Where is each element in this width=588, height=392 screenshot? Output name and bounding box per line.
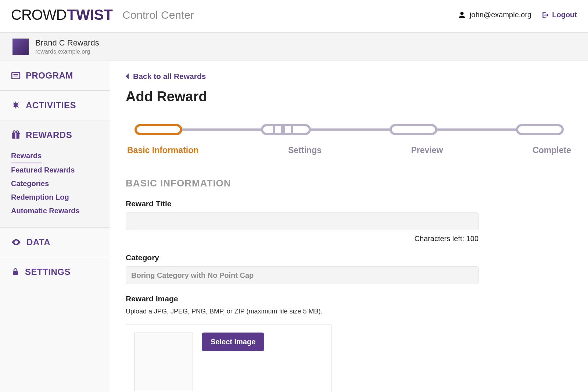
wizard-stepper: Basic Information Settings Preview Compl… xyxy=(126,115,573,165)
logo-word-light: CROWD xyxy=(11,7,67,23)
reward-image-label: Reward Image xyxy=(126,294,573,303)
logout-button[interactable]: Logout xyxy=(541,11,577,19)
category-label: Category xyxy=(126,253,573,262)
step-node-settings[interactable] xyxy=(261,124,311,135)
reward-title-label: Reward Title xyxy=(126,199,573,208)
svg-rect-9 xyxy=(13,271,18,275)
sidebar-item-label: SETTINGS xyxy=(25,267,71,277)
user-email: john@example.org xyxy=(470,11,531,19)
svg-point-7 xyxy=(13,131,15,133)
chevron-left-icon xyxy=(126,73,129,79)
image-upload-box: Select Image xyxy=(126,324,331,392)
logout-label: Logout xyxy=(552,11,577,19)
brand-domain: rewards.example.org xyxy=(35,48,99,55)
section-title: BASIC INFORMATION xyxy=(126,178,573,189)
reward-image-hint: Upload a JPG, JPEG, PNG, BMP, or ZIP (ma… xyxy=(126,308,573,315)
eye-icon xyxy=(11,237,21,247)
svg-point-8 xyxy=(16,131,18,133)
app-title: Control Center xyxy=(122,9,194,21)
burst-icon xyxy=(11,101,21,110)
select-image-button[interactable]: Select Image xyxy=(202,333,264,351)
sidebar: PROGRAM ACTIVITIES REWARDS Rewards Featu… xyxy=(0,61,110,392)
step-label-preview: Preview xyxy=(411,145,443,155)
sidebar-sub-featured-rewards[interactable]: Featured Rewards xyxy=(11,163,99,177)
list-icon xyxy=(11,71,21,80)
sidebar-item-label: DATA xyxy=(26,237,50,247)
user-icon xyxy=(458,11,466,19)
category-select[interactable]: Boring Category with No Point Cap xyxy=(126,266,478,284)
lock-icon xyxy=(11,268,20,276)
logout-icon xyxy=(541,11,549,19)
step-node-complete[interactable] xyxy=(516,124,564,135)
sidebar-sub-automatic-rewards[interactable]: Automatic Rewards xyxy=(11,204,99,218)
sidebar-item-rewards[interactable]: REWARDS Rewards Featured Rewards Categor… xyxy=(0,120,110,228)
gift-icon xyxy=(11,130,21,140)
step-node-basic-information[interactable] xyxy=(135,124,182,135)
brand-bar: Brand C Rewards rewards.example.org xyxy=(0,32,588,61)
step-label-settings: Settings xyxy=(288,145,322,155)
chars-left: Characters left: 100 xyxy=(126,235,478,243)
logo-word-bold: TWIST xyxy=(67,7,113,23)
sidebar-sub-categories[interactable]: Categories xyxy=(11,177,99,190)
sidebar-item-label: REWARDS xyxy=(26,130,72,140)
step-label-basic-information: Basic Information xyxy=(127,145,198,155)
page-title: Add Reward xyxy=(126,89,573,105)
stepper-line xyxy=(148,128,551,131)
sidebar-item-settings[interactable]: SETTINGS xyxy=(0,257,110,287)
svg-marker-3 xyxy=(12,101,20,109)
step-label-complete: Complete xyxy=(533,145,571,155)
sidebar-sub-rewards[interactable]: Rewards xyxy=(11,149,42,163)
top-bar: CROWD TWIST Control Center john@example.… xyxy=(0,0,588,32)
main-content: Back to all Rewards Add Reward Basic Inf… xyxy=(110,61,588,392)
sidebar-item-activities[interactable]: ACTIVITIES xyxy=(0,91,110,120)
category-value: Boring Category with No Point Cap xyxy=(131,271,254,280)
reward-title-input[interactable] xyxy=(126,213,478,230)
back-label: Back to all Rewards xyxy=(133,72,206,81)
sidebar-item-label: PROGRAM xyxy=(26,70,73,81)
brand-name: Brand C Rewards xyxy=(35,38,99,48)
brand-avatar xyxy=(12,39,29,55)
svg-rect-6 xyxy=(15,133,16,139)
user-menu[interactable]: john@example.org xyxy=(458,11,531,19)
image-preview-thumb xyxy=(134,333,193,391)
back-link[interactable]: Back to all Rewards xyxy=(126,72,573,81)
sidebar-item-data[interactable]: DATA xyxy=(0,228,110,257)
sidebar-item-program[interactable]: PROGRAM xyxy=(0,61,110,91)
logo[interactable]: CROWD TWIST xyxy=(11,7,113,23)
sidebar-item-label: ACTIVITIES xyxy=(26,100,76,110)
sidebar-sub-redemption-log[interactable]: Redemption Log xyxy=(11,190,99,204)
step-node-preview[interactable] xyxy=(390,124,437,135)
